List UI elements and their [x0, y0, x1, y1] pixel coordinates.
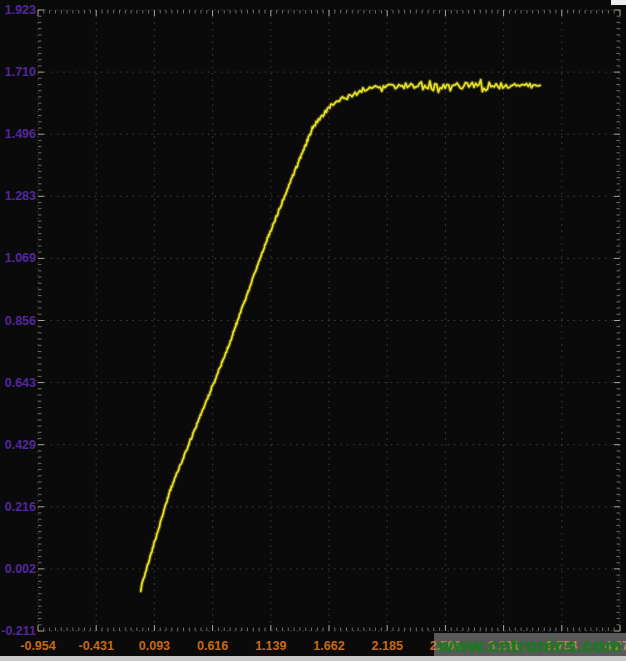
x-axis-tick-label: 1.662 [313, 639, 344, 653]
watermark: www.cntronics.com [434, 633, 626, 658]
x-axis-tick-label: -0.431 [78, 639, 113, 653]
y-axis-tick-label: 0.643 [5, 376, 36, 390]
y-axis-tick-label: 1.069 [5, 251, 36, 265]
y-axis-tick-label: 1.923 [5, 3, 36, 17]
y-axis-tick-label: 0.856 [5, 314, 36, 328]
x-axis-tick-label: -0.954 [20, 639, 55, 653]
x-axis-tick-label: 1.139 [255, 639, 286, 653]
image-border-top-right [611, 0, 626, 5]
y-axis-tick-label: 1.496 [5, 127, 36, 141]
plot-background [0, 0, 626, 661]
x-axis-tick-label: 0.616 [197, 639, 228, 653]
image-border-bottom-strip [0, 656, 626, 661]
y-axis-tick-label: 1.283 [5, 189, 36, 203]
y-axis-tick-label: -0.211 [1, 624, 36, 638]
x-axis-tick-label: 0.093 [139, 639, 170, 653]
y-axis-tick-label: 1.710 [5, 65, 36, 79]
x-axis-tick-label: 2.185 [372, 639, 403, 653]
y-axis-tick-label: 0.216 [5, 500, 36, 514]
oscilloscope-screen: 1.9231.7101.4961.2831.0690.8560.6430.429… [0, 0, 626, 661]
y-axis-tick-label: 0.002 [5, 562, 36, 576]
watermark-text: www.cntronics.com [438, 635, 622, 657]
xy-plot-canvas: 1.9231.7101.4961.2831.0690.8560.6430.429… [0, 0, 626, 661]
y-axis-tick-label: 0.429 [5, 438, 36, 452]
